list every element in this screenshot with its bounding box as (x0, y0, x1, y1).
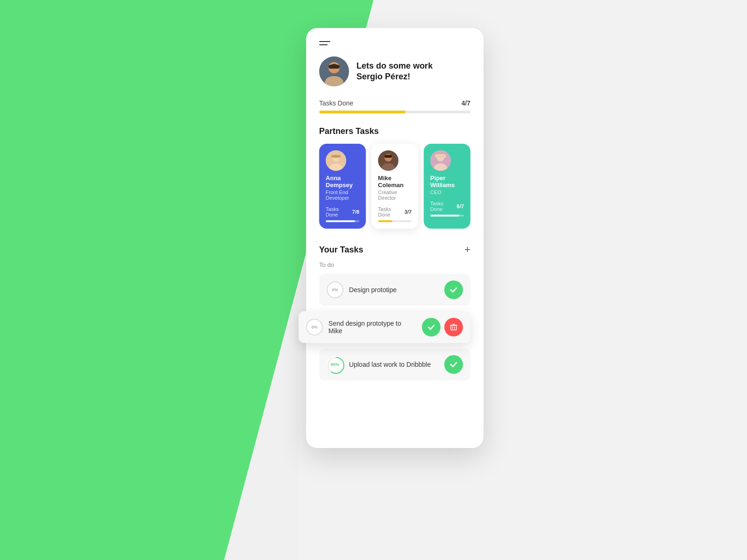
task-actions-3 (444, 355, 463, 374)
partner-progress-bg-mike (378, 220, 412, 222)
task-item-3: 60% Upload last work to Dribbble (319, 349, 471, 380)
check-button-3[interactable] (444, 355, 463, 374)
tasks-done-count: 4/7 (461, 99, 470, 107)
greeting-line2: Sergio Pérez! (357, 72, 410, 81)
partner-card-piper[interactable]: Piper Williams CEO Tasks Done 6/7 (424, 144, 471, 229)
menu-button[interactable] (319, 41, 471, 45)
main-card: Lets do some work Sergio Pérez! Tasks Do… (306, 28, 484, 448)
partner-role-mike: Creative Director (378, 189, 412, 201)
greeting-text: Lets do some work Sergio Pérez! (357, 61, 433, 83)
task-text-2: Send design prototype to Mike (329, 320, 416, 335)
partner-tasks-count-mike: 3/7 (404, 209, 411, 215)
partners-title: Partners Tasks (319, 126, 471, 136)
user-avatar (319, 56, 349, 86)
partner-name-anna: Anna Dempsey (326, 175, 359, 189)
partner-tasks-count-piper: 6/7 (457, 203, 464, 209)
task-actions-1 (444, 280, 463, 299)
svg-rect-17 (435, 154, 446, 158)
your-tasks-header: Your Tasks + (319, 244, 471, 256)
partner-card-anna[interactable]: Anna Dempsey Front End Developer Tasks D… (319, 144, 366, 229)
partner-progress-bg-piper (430, 215, 464, 217)
header-section: Lets do some work Sergio Pérez! (319, 56, 471, 86)
partner-progress-fill-mike (378, 220, 393, 222)
partner-tasks-count-anna: 7/8 (352, 209, 359, 215)
partner-tasks-label-piper: Tasks Done (430, 201, 457, 212)
task-percent-2: 0% (306, 319, 323, 336)
partner-name-piper: Piper Williams (430, 175, 464, 189)
add-task-button[interactable]: + (465, 244, 471, 256)
task-2-wrapper: 0% Send design prototype to Mike (319, 311, 471, 343)
partner-progress-bg-anna (326, 220, 359, 222)
partner-progress-fill-piper (430, 215, 459, 217)
partner-name-mike: Mike Coleman (378, 175, 412, 189)
partner-role-piper: CEO (430, 189, 464, 195)
partner-avatar-mike (378, 150, 399, 171)
tasks-done-progress-bg (319, 111, 471, 113)
svg-rect-18 (451, 325, 457, 330)
partner-progress-fill-anna (326, 220, 355, 222)
task-percent-1: 0% (327, 281, 344, 298)
task-text-1: Design prototipe (349, 286, 439, 294)
svg-rect-13 (385, 155, 392, 158)
delete-button-2[interactable] (444, 318, 463, 336)
task-text-3: Upload last work to Dribbble (349, 361, 439, 368)
svg-rect-4 (329, 65, 340, 69)
tasks-done-label: Tasks Done (319, 99, 353, 107)
todo-label: To do (319, 261, 471, 268)
task-actions-2 (422, 318, 463, 336)
partner-card-mike[interactable]: Mike Coleman Creative Director Tasks Don… (372, 144, 418, 229)
task-item-1: 0% Design prototipe (319, 274, 471, 306)
partner-avatar-anna (326, 150, 346, 171)
tasks-done-section: Tasks Done 4/7 (319, 99, 471, 113)
partner-tasks-label-mike: Tasks Done (378, 206, 405, 217)
check-button-2[interactable] (422, 318, 441, 336)
greeting-line1: Lets do some work (357, 61, 433, 70)
partner-tasks-label-anna: Tasks Done (326, 206, 352, 217)
svg-rect-8 (331, 155, 341, 158)
partner-role-anna: Front End Developer (326, 189, 359, 201)
partner-avatar-piper (430, 150, 451, 171)
check-button-1[interactable] (444, 280, 463, 299)
tasks-done-progress-fill (319, 111, 406, 113)
task-percent-3: 60% (327, 356, 344, 373)
partners-row: Anna Dempsey Front End Developer Tasks D… (312, 144, 478, 229)
background-triangle (0, 457, 163, 560)
your-tasks-title: Your Tasks (319, 245, 363, 255)
task-item-2: 0% Send design prototype to Mike (299, 311, 471, 343)
